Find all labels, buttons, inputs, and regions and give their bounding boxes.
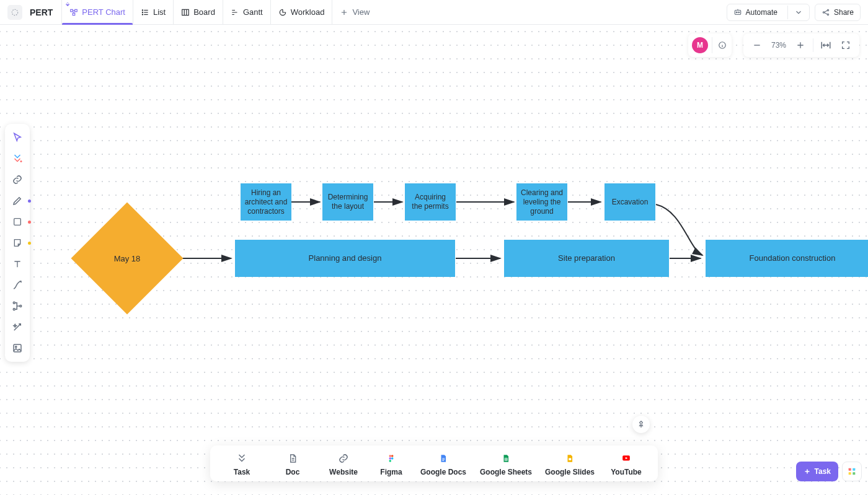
svg-rect-38 <box>852 472 855 475</box>
new-task-button[interactable]: Task <box>796 462 838 481</box>
fullscreen-button[interactable] <box>836 35 856 55</box>
pencil-icon <box>12 195 23 206</box>
fit-width-button[interactable] <box>816 35 836 55</box>
dock-youtube[interactable]: YouTube <box>601 449 652 478</box>
project-icon[interactable] <box>7 5 22 20</box>
svg-rect-15 <box>14 219 21 226</box>
node-clearing[interactable]: Clearing and leveling the ground <box>516 183 567 221</box>
node-start-diamond[interactable]: May 18 <box>71 203 183 314</box>
svg-point-18 <box>20 305 22 307</box>
pert-chart-icon <box>69 8 78 17</box>
info-button[interactable] <box>712 37 728 53</box>
tool-sticky[interactable] <box>7 233 27 253</box>
dock-pin-button[interactable] <box>632 416 650 433</box>
avatar[interactable]: M <box>692 37 708 53</box>
node-foundation[interactable]: Foundation construction <box>706 240 868 277</box>
share-button[interactable]: Share <box>815 4 861 21</box>
tool-ai[interactable] <box>7 317 27 337</box>
fullscreen-icon <box>841 40 851 50</box>
zoom-value: 73% <box>767 41 790 50</box>
apps-button[interactable] <box>842 462 862 481</box>
tab-gantt[interactable]: Gantt <box>223 0 271 24</box>
dock-website[interactable]: Website <box>318 449 369 478</box>
node-siteprep[interactable]: Site preparation <box>504 240 669 277</box>
dock-figma[interactable]: Figma <box>369 449 414 478</box>
node-layout[interactable]: Determining the layout <box>322 183 373 221</box>
tab-add-view[interactable]: View <box>332 0 377 24</box>
zoom-out-button[interactable] <box>747 35 767 55</box>
gdocs-icon <box>439 453 448 464</box>
gslides-icon <box>565 453 574 464</box>
tool-link[interactable] <box>7 170 27 190</box>
dock-label: Task <box>234 468 250 476</box>
node-label: May 18 <box>114 254 141 263</box>
svg-rect-8 <box>735 10 740 14</box>
tab-list[interactable]: List <box>133 0 174 24</box>
automate-label: Automate <box>746 8 777 17</box>
svg-point-5 <box>142 12 143 12</box>
svg-point-0 <box>12 9 17 15</box>
automate-dropdown[interactable] <box>787 6 809 19</box>
whiteboard-canvas[interactable]: M 73% <box>0 25 868 495</box>
svg-rect-35 <box>849 468 851 471</box>
svg-point-11 <box>823 11 824 12</box>
info-icon <box>718 41 727 50</box>
link-icon <box>338 453 349 464</box>
tool-image[interactable] <box>7 338 27 358</box>
zoom-in-button[interactable] <box>790 35 810 55</box>
node-label: Acquiring the permits <box>409 193 452 211</box>
automate-button[interactable]: Automate <box>727 4 810 21</box>
tool-org[interactable] <box>7 296 27 316</box>
svg-rect-7 <box>182 9 189 15</box>
tool-pen[interactable] <box>7 191 27 211</box>
minus-icon <box>752 40 762 50</box>
svg-point-6 <box>142 14 143 14</box>
node-excavation[interactable]: Excavation <box>604 183 655 221</box>
share-icon <box>822 8 830 17</box>
node-label: Hiring an architect and contractors <box>244 188 288 216</box>
dock-label: Website <box>329 468 358 476</box>
node-planning[interactable]: Planning and design <box>235 240 455 277</box>
sticky-note-icon <box>12 238 22 248</box>
svg-rect-37 <box>849 472 851 475</box>
pin-icon <box>637 420 645 429</box>
tab-pert-chart[interactable]: ⬙ PERT Chart <box>61 0 133 24</box>
youtube-icon <box>621 454 632 463</box>
tool-task[interactable] <box>7 149 27 169</box>
node-hiring[interactable]: Hiring an architect and contractors <box>241 183 291 221</box>
new-task-label: Task <box>815 467 831 476</box>
insert-dock: Task Doc Website Figma Google Docs Googl… <box>210 445 658 481</box>
chevron-down-icon <box>794 8 803 17</box>
doc-icon <box>288 453 298 464</box>
svg-point-4 <box>142 9 143 10</box>
svg-point-16 <box>13 302 15 304</box>
zoom-controls: 73% <box>743 33 859 57</box>
node-label: Excavation <box>612 198 649 207</box>
node-label: Site preparation <box>558 253 615 263</box>
tab-board[interactable]: Board <box>174 0 223 24</box>
svg-point-30 <box>389 457 392 460</box>
tool-text[interactable] <box>7 254 27 274</box>
dock-google-docs[interactable]: Google Docs <box>414 449 473 478</box>
node-permits[interactable]: Acquiring the permits <box>405 183 456 221</box>
dock-google-sheets[interactable]: Google Sheets <box>473 449 539 478</box>
svg-rect-3 <box>73 13 76 15</box>
project-title: PERT <box>30 7 53 17</box>
tool-shape[interactable] <box>7 212 27 232</box>
dock-google-slides[interactable]: Google Slides <box>539 449 601 478</box>
svg-point-29 <box>391 455 394 457</box>
svg-point-12 <box>827 9 828 11</box>
tab-workload[interactable]: Workload <box>271 0 333 24</box>
dock-task[interactable]: Task <box>216 449 267 478</box>
top-right-controls: Automate Share <box>727 4 861 21</box>
node-label: Planning and design <box>309 253 382 263</box>
dock-doc[interactable]: Doc <box>267 449 318 478</box>
tool-connector[interactable] <box>7 275 27 295</box>
plus-icon <box>795 40 805 50</box>
image-icon <box>12 343 23 354</box>
svg-point-28 <box>389 455 392 457</box>
text-icon <box>12 259 22 269</box>
svg-point-20 <box>16 346 17 348</box>
svg-rect-33 <box>569 458 571 460</box>
tool-select[interactable] <box>7 128 27 147</box>
